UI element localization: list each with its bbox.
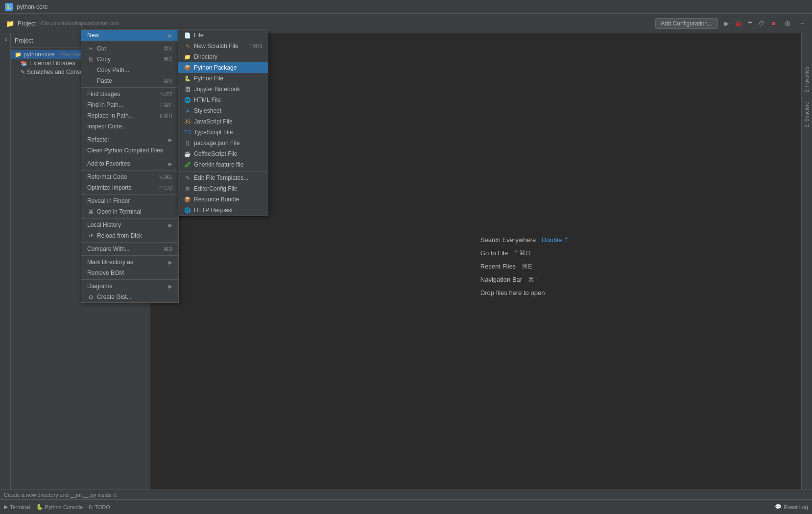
find-in-path-shortcut: ⇧⌘F (159, 102, 172, 108)
context-menu-reveal-finder[interactable]: Reveal in Finder (81, 196, 178, 206)
add-configuration-button[interactable]: Add Configuration... (655, 18, 718, 29)
context-menu-new[interactable]: New ▶ (81, 30, 178, 41)
context-menu-replace-in-path[interactable]: Replace in Path... ⇧⌘R (81, 110, 178, 121)
event-log-button[interactable]: 💬 Event Log (775, 504, 808, 510)
context-menu-paste[interactable]: Paste ⌘V (81, 75, 178, 86)
context-menu-create-gist[interactable]: ⊙ Create Gist... (81, 292, 178, 302)
run-button[interactable]: ▶ (721, 18, 732, 29)
context-menu-open-terminal[interactable]: ⌘ Open in Terminal (81, 206, 178, 217)
python-console-button[interactable]: 🐍 Python Console (36, 504, 83, 510)
context-menu-remove-bom[interactable]: Remove BOM (81, 268, 178, 278)
open-terminal-label: Open in Terminal (97, 208, 172, 215)
paste-label: Paste (97, 77, 161, 84)
nav-bar-row: Navigation Bar ⌘↑ (480, 276, 569, 283)
context-menu-copy-path[interactable]: Copy Path... (81, 65, 178, 75)
new-edit-file-templates[interactable]: ✎ Edit File Templates... (178, 172, 268, 183)
project-path: ~/Documents/workspace/python-core (38, 21, 119, 26)
divider-3 (81, 133, 178, 133)
create-gist-label: Create Gist... (97, 294, 172, 300)
new-javascript-file[interactable]: JS JavaScript File (178, 116, 268, 127)
new-jupyter-notebook[interactable]: 📓 Jupyter Notebook (178, 84, 268, 95)
project-label[interactable]: Project (18, 20, 36, 27)
scratch-icon: ✎ (184, 43, 191, 49)
profile-button[interactable]: ⏱ (756, 18, 767, 29)
new-resource-bundle[interactable]: 📦 Resource Bundle (178, 194, 268, 205)
scratch-file-shortcut: ⇧⌘N (248, 43, 262, 49)
context-menu-reload-disk[interactable]: ↺ Reload from Disk (81, 230, 178, 241)
todo-button[interactable]: 6: TODO (89, 504, 110, 510)
context-menu-compare-with[interactable]: Compare With... ⌘D (81, 244, 178, 254)
new-python-file[interactable]: 🐍 Python File (178, 73, 268, 84)
inspect-code-label: Inspect Code... (87, 123, 172, 130)
context-menu-mark-directory[interactable]: Mark Directory as ▶ (81, 257, 178, 268)
directory-label: Directory (194, 53, 262, 60)
debug-button[interactable]: 🐞 (733, 18, 743, 29)
new-stylesheet[interactable]: # Stylesheet (178, 105, 268, 116)
jupyter-icon: 📓 (184, 86, 191, 93)
divider-8 (81, 242, 178, 243)
diagrams-label: Diagrams (87, 283, 166, 290)
scratches-icon: ✎ (21, 69, 25, 75)
search-everywhere-label: Search Everywhere (480, 236, 536, 244)
context-menu-copy[interactable]: ⎘ Copy ⌘C (81, 54, 178, 65)
context-new-label: New (87, 32, 166, 39)
new-typescript-file[interactable]: TS TypeScript File (178, 127, 268, 138)
resource-icon: 📦 (184, 196, 191, 203)
copy-label: Copy (97, 56, 160, 63)
terminal-icon: ▶ (4, 504, 8, 510)
html-file-label: HTML File (194, 97, 262, 103)
divider-5 (81, 170, 178, 171)
python-icon: 🐍 (184, 75, 191, 82)
coverage-button[interactable]: ☂ (744, 18, 755, 29)
context-menu-reformat-code[interactable]: Reformat Code ⌥⌘L (81, 171, 178, 182)
context-menu-inspect-code[interactable]: Inspect Code... (81, 121, 178, 132)
find-in-path-label: Find in Path... (87, 101, 156, 108)
context-menu-find-in-path[interactable]: Find in Path... ⇧⌘F (81, 99, 178, 110)
new-python-package[interactable]: 📦 Python Package (178, 62, 268, 73)
stop-button[interactable]: ■ (768, 18, 779, 29)
recent-files-shortcut: ⌘E (522, 263, 532, 270)
new-gherkin-file[interactable]: 🥒 Gherkin feature file (178, 159, 268, 170)
project-tab[interactable]: P (1, 35, 10, 44)
new-file[interactable]: 📄 File (178, 30, 268, 41)
reformat-code-label: Reformat Code (87, 173, 155, 180)
terminal-icon-menu: ⌘ (87, 208, 94, 215)
directory-icon: 📁 (184, 53, 191, 60)
context-menu-optimize-imports[interactable]: Optimize Imports ^⌥O (81, 182, 178, 193)
favorites-tab[interactable]: 2: Favorites (803, 63, 811, 96)
structure-tab[interactable]: 2: Structure (803, 98, 811, 131)
statusbar-right: 💬 Event Log (775, 504, 808, 510)
context-menu-diagrams[interactable]: Diagrams ▶ (81, 281, 178, 292)
settings-icon[interactable]: ⚙ (782, 18, 793, 29)
event-log-label: Event Log (784, 504, 808, 510)
context-menu-cut[interactable]: ✂ Cut ⌘X (81, 43, 178, 54)
reload-disk-label: Reload from Disk (97, 232, 172, 239)
coffee-icon: ☕ (184, 150, 191, 157)
new-coffeescript-file[interactable]: ☕ CoffeeScript File (178, 148, 268, 159)
new-scratch-file[interactable]: ✎ New Scratch File ⇧⌘N (178, 41, 268, 51)
copy-path-label: Copy Path... (97, 67, 172, 73)
tooltip-text: Create a new directory and __init__.py i… (4, 492, 116, 498)
new-package-json[interactable]: {} package.json File (178, 138, 268, 148)
context-menu-local-history[interactable]: Local History ▶ (81, 220, 178, 230)
refactor-arrow: ▶ (168, 137, 172, 143)
project-dropdown[interactable]: 📁 (4, 18, 16, 29)
todo-label: 6: TODO (89, 504, 110, 510)
terminal-button[interactable]: ▶ Terminal (4, 504, 30, 510)
nav-bar-shortcut: ⌘↑ (528, 276, 538, 283)
left-sidebar-tabs: P (0, 33, 11, 499)
new-directory[interactable]: 📁 Directory (178, 51, 268, 62)
external-libraries-label: External Libraries (29, 60, 75, 67)
javascript-file-label: JavaScript File (194, 118, 262, 125)
context-menu-find-usages[interactable]: Find Usages ⌥F7 (81, 89, 178, 99)
context-menu-add-to-favorites[interactable]: Add to Favorites ▶ (81, 158, 178, 169)
context-menu-refactor[interactable]: Refactor ▶ (81, 134, 178, 145)
minimize-icon[interactable]: − (796, 18, 808, 29)
package-json-label: package.json File (194, 140, 262, 147)
new-editorconfig-file[interactable]: ⚙ EditorConfig File (178, 183, 268, 194)
go-to-file-label: Go to File (480, 249, 508, 257)
new-http-request[interactable]: 🌐 HTTP Request (178, 205, 268, 216)
context-menu-clean-compiled[interactable]: Clean Python Compiled Files (81, 145, 178, 156)
new-html-file[interactable]: 🌐 HTML File (178, 95, 268, 105)
reformat-code-shortcut: ⌥⌘L (158, 174, 172, 180)
